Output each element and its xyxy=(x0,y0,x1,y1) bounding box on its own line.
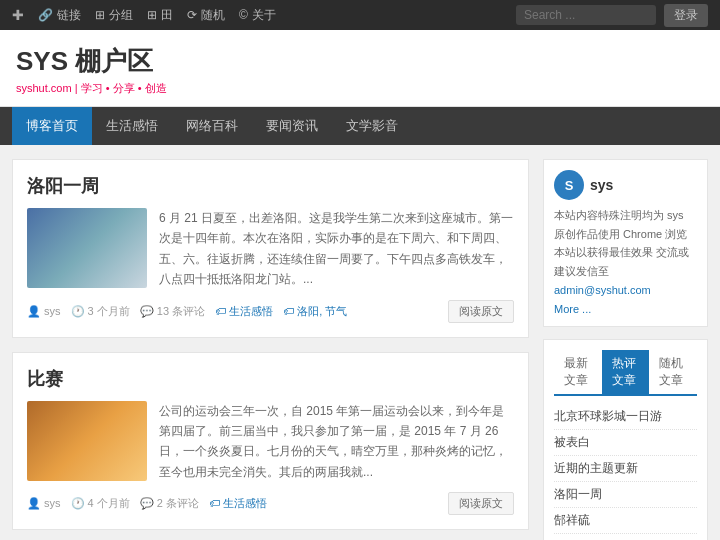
author-section: S sys 本站内容特殊注明均为 sys 原创作品使用 Chrome 浏览本站以… xyxy=(543,159,708,327)
topbar-group-label: 分组 xyxy=(109,7,133,24)
post-tag[interactable]: 🏷 洛阳, 节气 xyxy=(283,304,347,319)
site-header: SYS 棚户区 syshut.com | 学习 • 分享 • 创造 xyxy=(0,30,720,107)
random-icon: ⟳ xyxy=(187,8,197,22)
post-excerpt: 公司的运动会三年一次，自 2015 年第一届运动会以来，到今年是第四届了。前三届… xyxy=(159,401,514,483)
read-more-button[interactable]: 阅读原文 xyxy=(448,300,514,323)
list-item: 近期的主题更新 xyxy=(554,456,697,482)
plus-icon: ✚ xyxy=(12,7,24,23)
post-card: 比赛公司的运动会三年一次，自 2015 年第一届运动会以来，到今年是第四届了。前… xyxy=(12,352,529,531)
post-thumbnail xyxy=(27,208,147,288)
post-time: 🕐 3 个月前 xyxy=(71,304,130,319)
topbar-grid-label: 田 xyxy=(161,7,173,24)
nav-item[interactable]: 网络百科 xyxy=(172,107,252,145)
link-icon: 🔗 xyxy=(38,8,53,22)
article-tab[interactable]: 热评文章 xyxy=(602,350,650,394)
sidebar: S sys 本站内容特殊注明均为 sys 原创作品使用 Chrome 浏览本站以… xyxy=(543,159,708,540)
article-link[interactable]: 近期的主题更新 xyxy=(554,461,638,475)
author-desc: 本站内容特殊注明均为 sys 原创作品使用 Chrome 浏览本站以获得最佳效果… xyxy=(554,206,697,299)
nav-item[interactable]: 博客首页 xyxy=(12,107,92,145)
list-item: 洛阳一周 xyxy=(554,482,697,508)
article-list: 北京环球影城一日游被表白近期的主题更新洛阳一周郜祥硫歪军西江月·道德三室五帝假期… xyxy=(554,404,697,540)
list-item: 歪军 xyxy=(554,534,697,540)
search-input[interactable] xyxy=(516,5,656,25)
topbar-grid[interactable]: ⊞ 田 xyxy=(147,7,173,24)
topbar-about[interactable]: © 关于 xyxy=(239,7,276,24)
topbar-random[interactable]: ⟳ 随机 xyxy=(187,7,225,24)
article-tabs: 最新文章热评文章随机文章 xyxy=(554,350,697,396)
group-icon: ⊞ xyxy=(95,8,105,22)
topbar-group[interactable]: ⊞ 分组 xyxy=(95,7,133,24)
topbar-link-label: 链接 xyxy=(57,7,81,24)
site-title: SYS 棚户区 xyxy=(16,44,704,79)
post-time: 🕐 4 个月前 xyxy=(71,496,130,511)
articles-section: 最新文章热评文章随机文章北京环球影城一日游被表白近期的主题更新洛阳一周郜祥硫歪军… xyxy=(543,339,708,540)
site-url: syshut.com xyxy=(16,82,72,94)
post-author: 👤 sys xyxy=(27,305,61,318)
post-author: 👤 sys xyxy=(27,497,61,510)
nav-item[interactable]: 文学影音 xyxy=(332,107,412,145)
more-link[interactable]: More ... xyxy=(554,303,591,315)
post-tag[interactable]: 🏷 生活感悟 xyxy=(215,304,273,319)
list-item: 北京环球影城一日游 xyxy=(554,404,697,430)
post-title[interactable]: 比赛 xyxy=(27,367,514,391)
main-nav: 博客首页生活感悟网络百科要闻资讯文学影音 xyxy=(0,107,720,145)
author-email[interactable]: admin@syshut.com xyxy=(554,284,651,296)
list-item: 郜祥硫 xyxy=(554,508,697,534)
post-tag[interactable]: 🏷 生活感悟 xyxy=(209,496,267,511)
list-item: 被表白 xyxy=(554,430,697,456)
author-name: sys xyxy=(590,177,613,193)
post-comments[interactable]: 💬 2 条评论 xyxy=(140,496,199,511)
article-link[interactable]: 北京环球影城一日游 xyxy=(554,409,662,423)
post-meta: 👤 sys🕐 3 个月前💬 13 条评论🏷 生活感悟🏷 洛阳, 节气阅读原文 xyxy=(27,300,514,323)
post-comments[interactable]: 💬 13 条评论 xyxy=(140,304,205,319)
login-button[interactable]: 登录 xyxy=(664,4,708,27)
main-content: 洛阳一周6 月 21 日夏至，出差洛阳。这是我学生第二次来到这座城市。第一次是十… xyxy=(0,145,720,540)
nav-item[interactable]: 要闻资讯 xyxy=(252,107,332,145)
post-excerpt: 6 月 21 日夏至，出差洛阳。这是我学生第二次来到这座城市。第一次是十四年前。… xyxy=(159,208,514,290)
post-card: 洛阳一周6 月 21 日夏至，出差洛阳。这是我学生第二次来到这座城市。第一次是十… xyxy=(12,159,529,338)
article-tab[interactable]: 随机文章 xyxy=(649,350,697,394)
post-thumbnail xyxy=(27,401,147,481)
about-icon: © xyxy=(239,8,248,22)
nav-item[interactable]: 生活感悟 xyxy=(92,107,172,145)
author-avatar: S xyxy=(554,170,584,200)
topbar: ✚ 🔗 链接 ⊞ 分组 ⊞ 田 ⟳ 随机 © 关于 登录 xyxy=(0,0,720,30)
grid-icon: ⊞ xyxy=(147,8,157,22)
read-more-button[interactable]: 阅读原文 xyxy=(448,492,514,515)
post-title[interactable]: 洛阳一周 xyxy=(27,174,514,198)
article-link[interactable]: 洛阳一周 xyxy=(554,487,602,501)
article-link[interactable]: 被表白 xyxy=(554,435,590,449)
topbar-about-label: 关于 xyxy=(252,7,276,24)
post-list: 洛阳一周6 月 21 日夏至，出差洛阳。这是我学生第二次来到这座城市。第一次是十… xyxy=(12,159,529,540)
post-meta: 👤 sys🕐 4 个月前💬 2 条评论🏷 生活感悟阅读原文 xyxy=(27,492,514,515)
site-subtitle: syshut.com | 学习 • 分享 • 创造 xyxy=(16,81,704,96)
article-tab[interactable]: 最新文章 xyxy=(554,350,602,394)
site-tagline: 学习 • 分享 • 创造 xyxy=(81,82,167,94)
topbar-random-label: 随机 xyxy=(201,7,225,24)
article-link[interactable]: 郜祥硫 xyxy=(554,513,590,527)
topbar-link[interactable]: 🔗 链接 xyxy=(38,7,81,24)
